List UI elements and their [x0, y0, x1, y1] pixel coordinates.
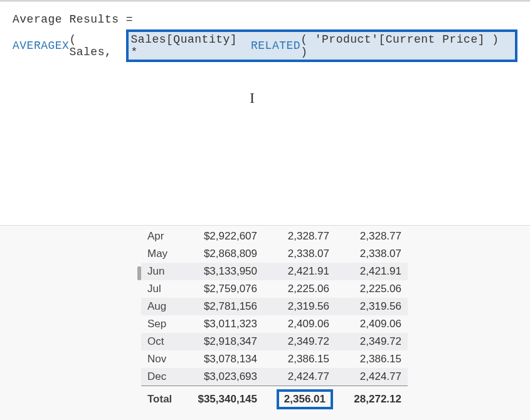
formula-arg-post: ( 'Product'[Current Price] ) ): [300, 33, 512, 58]
formula-open: ( Sales,: [69, 33, 125, 58]
table-row[interactable]: May$2,868,8092,338.072,338.07: [141, 245, 408, 263]
month-cell: Apr: [141, 228, 182, 245]
value2-cell: 2,424.77: [336, 368, 408, 386]
amount-cell: $3,023,693: [182, 368, 263, 386]
value1-cell: 2,386.15: [263, 350, 336, 368]
value1-cell: 2,424.77: [263, 368, 336, 386]
value2-cell: 2,319.56: [336, 298, 408, 315]
formula-line-1: Average Results =: [13, 13, 517, 26]
text-cursor-icon: I: [250, 90, 255, 107]
month-cell: Nov: [141, 350, 182, 368]
value1-cell: 2,421.91: [263, 263, 336, 280]
formula-arg-pre: Sales[Quantity] *: [131, 33, 251, 58]
value2-cell: 2,349.72: [336, 333, 408, 350]
value2-cell: 2,338.07: [336, 245, 408, 263]
month-cell: Aug: [141, 298, 182, 315]
formula-bar[interactable]: Average Results = AVERAGEX ( Sales, Sale…: [0, 2, 530, 226]
table-row[interactable]: Jun$3,133,9502,421.912,421.91: [141, 263, 408, 280]
value2-cell: 2,409.06: [336, 315, 408, 333]
results-pane: Apr$2,922,6072,328.772,328.77May$2,868,8…: [0, 226, 530, 420]
formula-line-2: AVERAGEX ( Sales, Sales[Quantity] * RELA…: [13, 29, 517, 62]
total-value2: 28,272.12: [336, 386, 408, 412]
results-table: Apr$2,922,6072,328.772,328.77May$2,868,8…: [141, 228, 408, 412]
value1-cell: 2,225.06: [263, 280, 336, 298]
total-amount: $35,340,145: [182, 386, 263, 412]
table-row[interactable]: Apr$2,922,6072,328.772,328.77: [141, 228, 408, 245]
amount-cell: $2,781,156: [182, 298, 263, 315]
total-value1: 2,356.01: [263, 386, 336, 412]
value2-cell: 2,421.91: [336, 263, 408, 280]
amount-cell: $2,759,076: [182, 280, 263, 298]
value1-cell: 2,349.72: [263, 333, 336, 350]
function-related: RELATED: [251, 39, 300, 52]
table-row[interactable]: Nov$3,078,1342,386.152,386.15: [141, 350, 408, 368]
month-cell: Oct: [141, 333, 182, 350]
value1-cell: 2,338.07: [263, 245, 336, 263]
month-cell: Dec: [141, 368, 182, 386]
value2-cell: 2,225.06: [336, 280, 408, 298]
amount-cell: $2,922,607: [182, 228, 263, 245]
value2-cell: 2,328.77: [336, 228, 408, 245]
table-row[interactable]: Jul$2,759,0762,225.062,225.06: [141, 280, 408, 298]
value1-cell: 2,319.56: [263, 298, 336, 315]
table-row[interactable]: Oct$2,918,3472,349.722,349.72: [141, 333, 408, 350]
formula-selection-highlight: Sales[Quantity] * RELATED ( 'Product'[Cu…: [126, 29, 517, 62]
total-highlight: 2,356.01: [277, 389, 333, 409]
total-label: Total: [141, 386, 182, 412]
table-total-row: Total$35,340,1452,356.0128,272.12: [141, 386, 408, 412]
table-row[interactable]: Sep$3,011,3232,409.062,409.06: [141, 315, 408, 333]
amount-cell: $2,918,347: [182, 333, 263, 350]
amount-cell: $3,011,323: [182, 315, 263, 333]
table-row[interactable]: Aug$2,781,1562,319.562,319.56: [141, 298, 408, 315]
table-row[interactable]: Dec$3,023,6932,424.772,424.77: [141, 368, 408, 386]
month-cell: Sep: [141, 315, 182, 333]
month-cell: Jun: [141, 263, 182, 280]
amount-cell: $2,868,809: [182, 245, 263, 263]
amount-cell: $3,078,134: [182, 350, 263, 368]
month-cell: May: [141, 245, 182, 263]
value1-cell: 2,409.06: [263, 315, 336, 333]
amount-cell: $3,133,950: [182, 263, 263, 280]
month-cell: Jul: [141, 280, 182, 298]
scrollbar-thumb[interactable]: [137, 266, 141, 280]
value2-cell: 2,386.15: [336, 350, 408, 368]
value1-cell: 2,328.77: [263, 228, 336, 245]
function-averagex: AVERAGEX: [13, 39, 69, 52]
measure-name: Average Results =: [13, 13, 133, 26]
